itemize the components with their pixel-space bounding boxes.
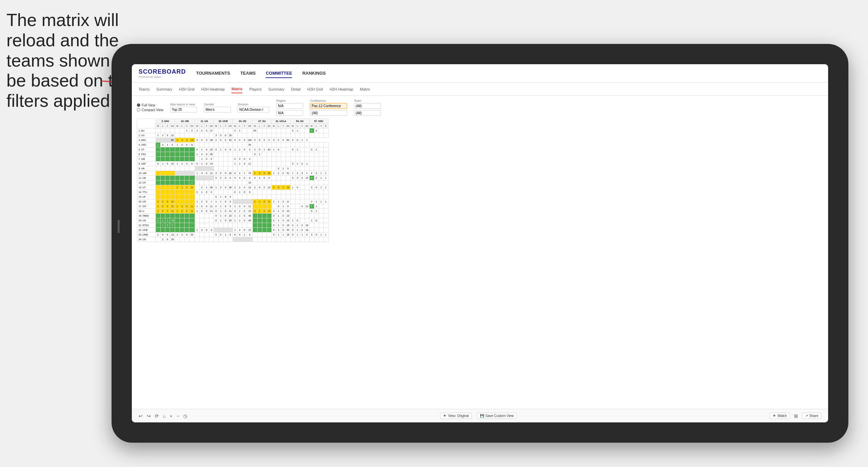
cell: 1 — [185, 185, 189, 190]
max-teams-select[interactable]: Top 25 Top 50 — [170, 107, 197, 113]
cell — [305, 128, 309, 133]
zoom-in-icon[interactable]: + — [170, 413, 172, 419]
cell — [247, 152, 252, 157]
cell: 0 — [242, 209, 247, 214]
cell — [309, 166, 314, 171]
cell: 2 — [252, 147, 257, 152]
matrix-container[interactable]: 3. ASU 10. UW 11. UA 22. UCB 24. UO 27. … — [137, 119, 823, 405]
sub-nav-summary2[interactable]: Summary — [268, 85, 284, 93]
nav-committee[interactable]: COMMITTEE — [266, 69, 292, 78]
sub-nav-h2h-grid[interactable]: H2H Grid — [179, 85, 194, 93]
cell — [156, 166, 161, 171]
row-label-uw10: 10. UW — [137, 171, 156, 176]
cell — [319, 237, 323, 242]
cell: 8 — [247, 190, 252, 195]
cell — [195, 185, 199, 190]
nav-tournaments[interactable]: TOURNAMENTS — [196, 69, 230, 78]
cell — [295, 209, 300, 214]
conference-select2[interactable]: (All) — [310, 110, 347, 116]
cell: 0 — [199, 138, 204, 143]
gender-label: Gender — [204, 103, 231, 106]
cell — [323, 157, 328, 162]
cell — [180, 157, 185, 162]
team-select2[interactable]: (All) — [354, 110, 381, 116]
su-dif: Dif — [267, 124, 271, 128]
cell — [218, 180, 223, 185]
cell: 2 — [247, 157, 252, 162]
cell — [175, 133, 180, 138]
sub-nav-h2h-heatmap[interactable]: H2H Heatmap — [201, 85, 225, 93]
sub-nav-matrix2[interactable]: Matrix — [360, 85, 370, 93]
row-label-vu: 2. VU — [137, 133, 156, 138]
cell — [214, 237, 218, 242]
cell: 1 — [314, 199, 319, 204]
sub-nav-summary[interactable]: Summary — [156, 85, 172, 93]
cell: 2 — [199, 185, 204, 190]
sub-nav-players[interactable]: Players — [249, 85, 262, 93]
cell — [262, 237, 267, 242]
search-icon[interactable]: ⌕ — [163, 413, 166, 419]
region-select2[interactable]: N/A — [276, 110, 303, 116]
undo-icon[interactable]: ↩ — [139, 413, 143, 419]
cell: 1 — [180, 185, 185, 190]
cell — [189, 237, 195, 242]
cell — [252, 157, 257, 162]
share-btn[interactable]: ↗ Share — [802, 413, 821, 419]
cell — [319, 218, 323, 223]
save-custom-btn[interactable]: 💾 Save Custom View — [477, 413, 517, 419]
cell — [271, 195, 276, 199]
cell: 0 — [281, 218, 286, 223]
cell: 0 — [281, 214, 286, 218]
sub-nav-detail[interactable]: Detail — [291, 85, 300, 93]
gender-select[interactable]: Men's Women's — [204, 107, 231, 113]
cell — [209, 180, 214, 185]
compact-view-option[interactable]: Compact View — [137, 108, 163, 112]
cell: 0 — [286, 204, 290, 209]
full-view-radio[interactable] — [137, 103, 140, 107]
watch-btn[interactable]: 👁 Watch — [770, 413, 790, 419]
cell: 12 — [247, 228, 252, 232]
cell — [286, 143, 290, 147]
row-label-uo24: 24. UO — [137, 237, 156, 242]
cell: 5 — [300, 171, 305, 176]
conference-select[interactable]: Pac-12 Conference (All) — [310, 103, 347, 109]
cell: 0 — [262, 176, 267, 180]
cell: 0 — [195, 162, 199, 166]
cell — [156, 223, 161, 228]
table-row: 6. FSU 14035 01 — [137, 152, 329, 157]
nav-rankings[interactable]: RANKINGS — [302, 69, 326, 78]
zoom-out-icon[interactable]: − — [176, 413, 179, 419]
cell — [165, 147, 170, 152]
cell: 4 — [199, 152, 204, 157]
sub-nav-h2h-grid2[interactable]: H2H Grid — [307, 85, 323, 93]
cell: 1 — [257, 209, 262, 214]
team-select[interactable]: (All) — [354, 103, 381, 109]
refresh-icon[interactable]: ⟳ — [155, 413, 159, 419]
cell — [305, 180, 309, 185]
cell: 0 — [223, 147, 228, 152]
cell — [199, 195, 204, 199]
cell: 1 — [276, 223, 281, 228]
cell — [267, 143, 271, 147]
cell: 0 — [242, 190, 247, 195]
sub-nav-teams[interactable]: Teams — [139, 85, 149, 93]
cell — [204, 218, 209, 223]
grid-icon[interactable]: ⊞ — [794, 413, 798, 419]
region-select[interactable]: N/A — [276, 103, 303, 109]
cell — [281, 152, 286, 157]
sub-nav-matrix[interactable]: Matrix — [232, 85, 242, 93]
redo-icon[interactable]: ↪ — [147, 413, 151, 419]
cell — [286, 152, 290, 157]
cell — [309, 190, 314, 195]
compact-view-radio[interactable] — [137, 108, 140, 112]
full-view-option[interactable]: Full View — [137, 103, 163, 107]
division-select[interactable]: NCAA Division I NCAA Division II — [238, 107, 269, 113]
clock-icon[interactable]: ◷ — [183, 413, 187, 419]
cell: 1 — [257, 152, 262, 157]
cell — [290, 195, 295, 199]
nav-teams[interactable]: TEAMS — [240, 69, 256, 78]
cell — [161, 147, 165, 152]
sub-nav-h2h-heatmap2[interactable]: H2H Heatmap — [330, 85, 353, 93]
view-original-btn[interactable]: 👁 View: Original — [440, 413, 472, 419]
cell — [295, 133, 300, 138]
